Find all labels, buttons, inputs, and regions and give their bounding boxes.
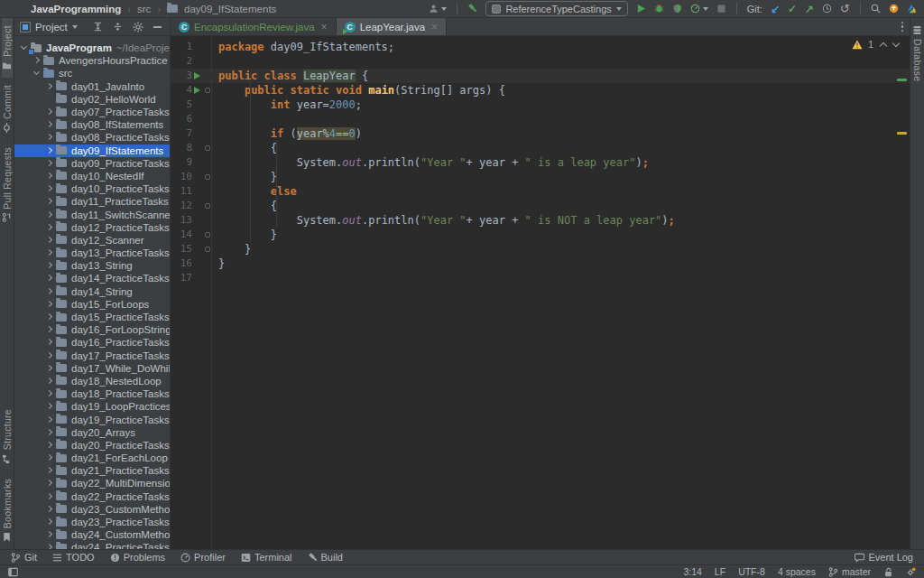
tree-item[interactable]: day19_LoopPractices (14, 400, 170, 413)
code-line[interactable]: 4 public static void main(String[] args)… (171, 83, 910, 98)
code-line[interactable]: 10 } (171, 170, 910, 184)
tool-button-bookmarks[interactable]: Bookmarks (2, 471, 13, 549)
tree-item[interactable]: day18_NestedLoop (14, 375, 170, 387)
chevron-icon[interactable] (44, 274, 54, 284)
readonly-toggle[interactable] (883, 567, 893, 577)
tool-button-profiler[interactable]: Profiler (180, 552, 226, 563)
tool-button-todo[interactable]: TODO (52, 552, 95, 563)
tree-item[interactable]: day11_SwitchScanner (14, 208, 170, 220)
chevron-icon[interactable] (44, 248, 54, 258)
chevron-icon[interactable] (44, 325, 54, 335)
cursor-position[interactable]: 3:14 (683, 566, 701, 577)
tree-item[interactable]: day19_PracticeTasks (14, 413, 170, 425)
code-line[interactable]: 5 int year=2000; (171, 98, 910, 112)
tree-item[interactable]: day14_String (14, 285, 170, 298)
chevron-icon[interactable] (44, 286, 54, 296)
code-line[interactable]: 17 (171, 271, 910, 285)
tree-item[interactable]: day13_String (14, 259, 170, 272)
code-line[interactable]: 6 (171, 112, 910, 126)
chevron-icon[interactable] (44, 440, 54, 450)
chevron-icon[interactable] (44, 145, 54, 155)
tree-item[interactable]: day24_CustomMethods_R (14, 528, 170, 541)
chevron-icon[interactable] (44, 491, 54, 501)
tree-item[interactable]: day14_PracticeTasks (14, 272, 170, 284)
tree-item[interactable]: day09_IfStatements (14, 144, 170, 157)
history-button[interactable] (822, 4, 832, 14)
chevron-icon[interactable] (44, 363, 54, 373)
tool-button-terminal[interactable]: Terminal (241, 552, 292, 563)
stop-button[interactable] (716, 4, 726, 14)
chevron-icon[interactable] (44, 530, 54, 540)
tree-item[interactable]: AvengersHoursPractice (14, 54, 170, 67)
settings-button[interactable] (133, 22, 143, 33)
tool-button-structure[interactable]: Structure (2, 402, 13, 471)
tree-item[interactable]: day11_PracticeTasks (14, 195, 170, 208)
tool-button-git[interactable]: Git (11, 552, 37, 563)
git-branch-widget[interactable]: master (828, 566, 871, 577)
chevron-icon[interactable] (44, 415, 54, 424)
chevron-icon[interactable] (44, 261, 54, 271)
code-line[interactable]: 9 System.out.println("Year "+ year + " i… (171, 155, 910, 170)
tree-item[interactable]: day18_PracticeTasks (14, 387, 170, 400)
chevron-icon[interactable] (44, 184, 54, 194)
tree-item[interactable]: day20_Arrays (14, 426, 170, 439)
indent-setting[interactable]: 4 spaces (778, 566, 816, 577)
tree-item[interactable]: day21_ForEachLoop (14, 452, 170, 464)
chevron-icon[interactable] (44, 466, 54, 476)
rollback-button[interactable]: ↺ (840, 4, 850, 14)
profile-button[interactable] (429, 4, 447, 14)
tree-item[interactable]: day01_JavaInto (14, 80, 170, 93)
search-everywhere-button[interactable] (871, 4, 881, 14)
tool-button-event-log[interactable]: Event Log (855, 552, 913, 563)
tree-item[interactable]: day22_PracticeTasks (14, 490, 170, 503)
code-line[interactable]: 12 { (171, 199, 910, 213)
chevron-icon[interactable] (44, 235, 54, 245)
fold-icon[interactable] (205, 88, 210, 93)
project-view-title[interactable]: Project (35, 22, 68, 33)
jetbrains-toolbox-button[interactable] (907, 4, 917, 14)
tool-button-build[interactable]: Build (308, 552, 343, 563)
close-icon[interactable]: × (431, 22, 438, 33)
code-editor[interactable]: 1package day09_IfStatements;23public cla… (171, 36, 910, 549)
close-icon[interactable]: × (321, 22, 328, 33)
tab-encapsulationreview[interactable]: C EncapsulationReview.java × (171, 18, 337, 35)
tree-item[interactable]: day15_PracticeTasks (14, 311, 170, 323)
run-gutter-icon[interactable] (194, 72, 200, 79)
tree-item[interactable]: day10_NestedIf (14, 170, 170, 182)
chevron-icon[interactable] (19, 43, 29, 53)
chevron-icon[interactable] (32, 56, 42, 66)
tree-item[interactable]: day23_PracticeTasks (14, 516, 170, 528)
code-line[interactable]: 8 { (171, 141, 910, 155)
tree-item[interactable]: src (14, 67, 170, 79)
tree-item[interactable]: day07_PracticeTasks (14, 106, 170, 118)
push-button[interactable]: ↗ (805, 4, 814, 14)
tree-item[interactable]: day17_PracticeTasks (14, 350, 170, 362)
code-line[interactable]: 1package day09_IfStatements; (171, 40, 910, 54)
previous-issue-icon[interactable] (879, 41, 886, 48)
build-project-button[interactable] (467, 4, 477, 14)
tab-options-button[interactable] (900, 20, 906, 34)
ide-update-button[interactable] (889, 4, 899, 14)
tool-button-problems[interactable]: Problems (110, 552, 165, 563)
chevron-icon[interactable] (44, 479, 54, 489)
run-configuration-select[interactable]: ReferenceTypeCastings (485, 1, 627, 16)
code-line[interactable]: 15 } (171, 242, 910, 256)
run-with-coverage-button[interactable] (672, 4, 682, 14)
fold-icon[interactable] (205, 145, 210, 151)
tree-item[interactable]: day16_PracticeTasks (14, 336, 170, 349)
commit-button[interactable]: ✓ (788, 4, 797, 14)
chevron-icon[interactable] (44, 120, 54, 130)
toggle-toolwindows-button[interactable] (8, 567, 18, 577)
tree-item[interactable]: day20_PracticeTasks (14, 439, 170, 452)
chevron-icon[interactable] (44, 402, 54, 412)
tree-item[interactable]: day02_HelloWorld (14, 93, 170, 106)
tree-item[interactable]: day16_ForLoopStringPrac (14, 323, 170, 336)
expand-all-button[interactable] (93, 22, 103, 32)
code-line[interactable]: 3public class LeapYear { (171, 69, 910, 83)
collapse-all-button[interactable] (113, 22, 123, 32)
fold-icon[interactable] (205, 232, 210, 238)
tree-item[interactable]: day12_Scanner (14, 234, 170, 247)
run-gutter-icon[interactable] (194, 87, 200, 94)
inspection-widget[interactable]: 1 (852, 39, 899, 50)
fold-icon[interactable] (205, 203, 210, 209)
